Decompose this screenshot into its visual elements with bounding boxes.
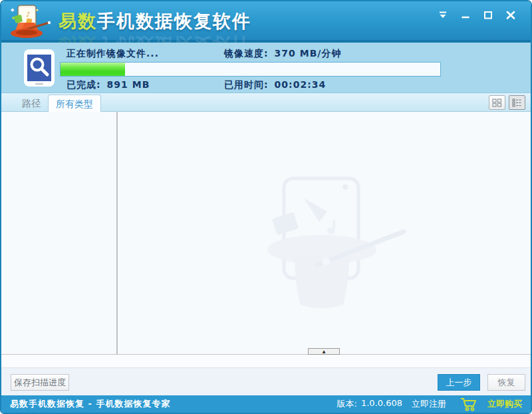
buy-now-link[interactable]: 立即购买 xyxy=(487,398,522,410)
version-info: 版本: 1.0.0.608 xyxy=(337,398,402,410)
window-controls xyxy=(436,10,517,20)
progress-fill xyxy=(61,63,125,76)
menu-arrow-icon[interactable] xyxy=(436,10,450,20)
file-list-pane[interactable] xyxy=(118,112,531,354)
recover-button[interactable]: 恢复 xyxy=(487,374,525,391)
detail-list-view-icon xyxy=(512,99,522,107)
tab-path[interactable]: 路径 xyxy=(15,95,48,111)
collapse-arrow-icon: ▲ xyxy=(323,349,326,353)
phone-scan-icon xyxy=(23,49,55,90)
detail-list-view-button[interactable] xyxy=(509,95,525,110)
completed-value: 891 MB xyxy=(107,79,150,91)
grid-view-button[interactable] xyxy=(489,95,505,110)
speed-value: 370 MB/分钟 xyxy=(275,48,342,60)
close-button[interactable] xyxy=(504,10,517,20)
version-label: 版本: xyxy=(337,398,357,410)
previous-step-button[interactable]: 上一步 xyxy=(438,374,480,391)
horizontal-splitter[interactable]: ▲ xyxy=(1,354,531,367)
app-window: ✦ ♪ 易数手机数据恢复软件 易数手机数据恢复软件 xyxy=(0,0,532,414)
svg-text:♪: ♪ xyxy=(26,11,30,18)
magic-hat-watermark xyxy=(247,175,427,317)
completed-amount: 已完成: 891 MB xyxy=(66,79,150,91)
imaging-speed: 镜像速度: 370 MB/分钟 xyxy=(224,48,341,60)
action-button-panel: 保存扫描进度 上一步 恢复 xyxy=(1,367,531,395)
grid-view-icon xyxy=(492,99,502,107)
app-title-rest: 手机数据恢复软件 xyxy=(97,11,251,31)
imaging-progress-panel: 正在制作镜像文件... 镜像速度: 370 MB/分钟 已完成: 891 MB … xyxy=(1,43,531,93)
app-title: 易数手机数据恢复软件 xyxy=(59,9,251,33)
tab-bar: 路径 所有类型 xyxy=(1,93,531,112)
elapsed-value: 00:02:34 xyxy=(275,79,327,91)
elapsed-time: 已用时间: 00:02:34 xyxy=(224,79,326,91)
file-tree-pane[interactable] xyxy=(1,112,116,354)
results-area xyxy=(1,112,531,354)
speed-label: 镜像速度: xyxy=(224,48,269,60)
app-caption: 易数手机数据恢复 - 手机数据恢复专家 xyxy=(10,398,170,410)
shopping-cart-icon[interactable] xyxy=(460,397,478,411)
status-bar: 易数手机数据恢复 - 手机数据恢复专家 版本: 1.0.0.608 立即注册 立… xyxy=(1,395,531,413)
title-bar: ✦ ♪ 易数手机数据恢复软件 易数手机数据恢复软件 xyxy=(1,1,531,40)
completed-label: 已完成: xyxy=(66,79,101,91)
collapse-panel-button[interactable]: ▲ xyxy=(308,348,340,355)
svg-text:✦: ✦ xyxy=(9,6,15,15)
app-logo-magic-hat-icon: ✦ ♪ xyxy=(7,2,55,43)
save-scan-progress-button[interactable]: 保存扫描进度 xyxy=(11,374,69,391)
progress-bar-track xyxy=(60,62,441,77)
imaging-status-text: 正在制作镜像文件... xyxy=(66,48,159,60)
register-now-link[interactable]: 立即注册 xyxy=(412,398,446,410)
view-toggle-group xyxy=(489,95,525,110)
maximize-button[interactable] xyxy=(481,10,495,20)
version-value: 1.0.0.608 xyxy=(361,398,402,410)
statusbar-right-group: 版本: 1.0.0.608 立即注册 立即购买 xyxy=(337,397,522,411)
tab-all-types[interactable]: 所有类型 xyxy=(48,95,101,112)
elapsed-label: 已用时间: xyxy=(224,79,269,91)
app-title-brand: 易数 xyxy=(59,11,97,31)
minimize-button[interactable] xyxy=(459,10,472,20)
